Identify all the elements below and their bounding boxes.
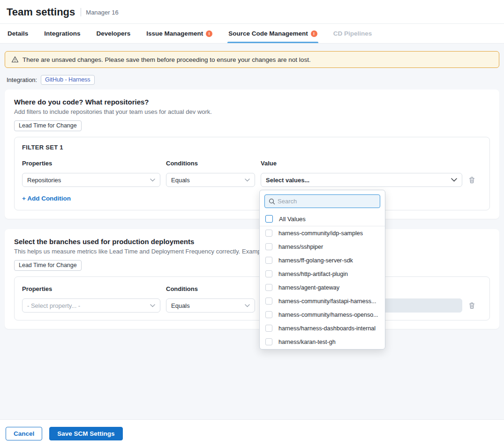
repo-option[interactable]: harness/karan-test-gh (260, 335, 385, 349)
checkbox-icon[interactable] (265, 230, 272, 237)
value-multiselect[interactable]: Select values... (261, 173, 462, 187)
tab-developers[interactable]: Developers (96, 24, 132, 43)
filter-column-headers: Properties Conditions (22, 285, 482, 292)
integration-chip[interactable]: GitHub - Harness (41, 75, 95, 85)
tab-integrations[interactable]: Integrations (43, 24, 81, 43)
condition-select[interactable]: Equals (166, 298, 255, 313)
add-condition-link[interactable]: + Add Condition (22, 195, 71, 202)
chevron-down-icon (150, 304, 155, 307)
repositories-section-subtitle: Add filters to include repositories that… (14, 108, 490, 115)
main-content: There are unsaved changes. Please save t… (0, 51, 504, 329)
lead-time-chip: Lead Time for Change (14, 260, 82, 271)
repo-option[interactable]: harness/harness-dashboards-internal (260, 321, 385, 335)
checkbox-icon[interactable] (265, 338, 272, 345)
repo-option[interactable]: harness/sshpiper (260, 240, 385, 253)
repo-option[interactable]: harness/agent-gateway (260, 281, 385, 294)
cancel-button[interactable]: Cancel (6, 427, 42, 440)
condition-select[interactable]: Equals (166, 173, 255, 187)
repo-option[interactable]: harness-community/idp-samples (260, 226, 385, 240)
chevron-down-icon (245, 304, 250, 307)
filter-column-headers: Properties Conditions Value (22, 160, 482, 167)
team-name-label: Manager 16 (86, 9, 118, 16)
checkbox-icon[interactable] (265, 257, 272, 264)
all-values-label: All Values (279, 216, 306, 223)
checkbox-icon[interactable] (265, 298, 272, 305)
value-select-dropdown: All Values harness-community/idp-samples… (259, 190, 385, 350)
value-header: Value (261, 160, 462, 167)
warning-text: There are unsaved changes. Please save t… (23, 56, 311, 63)
dropdown-search[interactable] (264, 194, 380, 208)
conditions-header: Conditions (166, 160, 255, 167)
tab-bar: Details Integrations Developers Issue Ma… (0, 24, 504, 44)
checkbox-icon[interactable] (265, 311, 272, 318)
all-values-option[interactable]: All Values (260, 212, 385, 226)
lead-time-chip: Lead Time for Change (14, 120, 82, 131)
repo-option[interactable]: harness/http-artifact-plugin (260, 267, 385, 281)
integration-label: Integration: (7, 76, 37, 83)
repo-option[interactable]: harness-community/harness-openso... (260, 308, 385, 321)
trash-icon (468, 176, 475, 184)
repo-option[interactable]: harness-community/fastapi-harness... (260, 294, 385, 308)
conditions-header: Conditions (166, 285, 255, 292)
checkbox-icon[interactable] (265, 243, 272, 250)
property-select[interactable]: Repositories (22, 173, 160, 187)
save-scm-settings-button[interactable]: Save SCM Settings (49, 427, 122, 440)
title-divider (81, 8, 81, 16)
delete-filter-button[interactable] (467, 301, 476, 310)
chevron-down-icon (245, 179, 250, 182)
checkbox-icon[interactable] (265, 284, 272, 291)
filter-set-1: FILTER SET 1 Properties Conditions Value… (14, 137, 490, 210)
repo-option[interactable]: harness/internal-guide-docs (260, 349, 385, 350)
checkbox-icon[interactable] (265, 325, 272, 332)
chevron-down-icon (451, 178, 457, 182)
page-title: Team settings (7, 6, 75, 18)
unsaved-changes-banner: There are unsaved changes. Please save t… (5, 51, 499, 68)
checkbox-icon[interactable] (265, 215, 273, 223)
branches-section-subtitle: This helps us measure metrics like Lead … (14, 248, 490, 255)
property-select[interactable]: - Select property... - (22, 298, 160, 313)
checkbox-icon[interactable] (265, 270, 272, 277)
alert-badge-icon: ! (311, 30, 317, 37)
branches-section-title: Select the branches used for production … (14, 238, 490, 246)
repositories-section: Where do you code? What repositories? Ad… (5, 89, 499, 219)
properties-header: Properties (22, 285, 160, 292)
chevron-down-icon (150, 179, 155, 182)
footer-actions: Cancel Save SCM Settings (0, 419, 504, 447)
repo-option[interactable]: harness/ff-golang-server-sdk (260, 253, 385, 267)
tab-source-code-management[interactable]: Source Code Management ! (227, 24, 318, 43)
alert-badge-icon: ! (206, 30, 212, 37)
repositories-section-title: Where do you code? What repositories? (14, 98, 490, 106)
warning-icon (11, 56, 19, 63)
search-input[interactable] (278, 198, 376, 205)
search-icon (269, 198, 275, 205)
tab-cd-pipelines: CD Pipelines (332, 24, 373, 43)
branches-section: Select the branches used for production … (5, 229, 499, 329)
tab-issue-management[interactable]: Issue Management ! (145, 24, 213, 43)
tab-details[interactable]: Details (7, 24, 29, 43)
filter-row: Repositories Equals Select values... (22, 173, 482, 187)
filter-set-title: FILTER SET 1 (22, 144, 482, 151)
page-header: Team settings Manager 16 (0, 0, 504, 24)
trash-icon (468, 302, 475, 309)
delete-filter-button[interactable] (467, 175, 476, 185)
integration-row: Integration: GitHub - Harness (7, 75, 499, 85)
filter-row: - Select property... - Equals (22, 298, 482, 313)
properties-header: Properties (22, 160, 160, 167)
branches-filter-set: Properties Conditions - Select property.… (14, 276, 490, 320)
